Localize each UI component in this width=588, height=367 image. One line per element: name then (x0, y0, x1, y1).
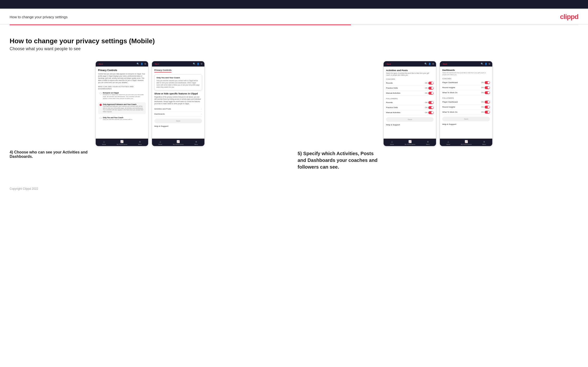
tab-home-4[interactable]: ⌂ Home (446, 140, 450, 145)
dropdown-title: Only You and Your Coach (156, 77, 200, 79)
tab-home-1[interactable]: ⌂ Home (102, 140, 106, 145)
settings-icon-2: ⚙ (200, 63, 202, 65)
menu-icon-4: ≡ (483, 140, 485, 143)
followers-rounds-toggle[interactable] (428, 101, 434, 104)
phone3-section-desc: Select the types of activity that you'd … (386, 72, 434, 76)
chart-icon-3: 📈 (408, 140, 412, 143)
phone3-save-btn[interactable]: Save (386, 117, 434, 122)
followers-practice: Practice Drills ON (386, 105, 434, 110)
user-icon: 👤 (140, 63, 143, 65)
tab-menu-4[interactable]: ≡ Menu (482, 140, 486, 145)
tab-performance-3[interactable]: 📈 My Performance (405, 140, 415, 145)
tab-performance-1[interactable]: 📈 My Performance (117, 140, 127, 145)
phone3-followers-label: FOLLOWERS (386, 98, 434, 100)
phone3-header: ‹ Back 🔍 👤 ⚙ (384, 61, 436, 67)
coaches-round-insights-toggle[interactable] (484, 86, 490, 89)
radio-only-you (100, 117, 102, 119)
coaches-manual: Manual Activities ON (386, 91, 434, 96)
phone1-subsection: Who Can See Your Activities and Dashboar… (98, 85, 146, 90)
menu-icon: ≡ (139, 140, 141, 143)
settings-icon: ⚙ (144, 63, 146, 65)
coaches-what-to-work: What To Work On ON (442, 90, 490, 95)
phone4-save-btn[interactable]: Save (442, 117, 490, 121)
search-icon-3: 🔍 (424, 63, 427, 65)
option1-label: Everyone on Clippd (103, 92, 144, 94)
option2-desc: Only approved followers and coaches you … (103, 105, 144, 113)
phone2-dropdown: Only You and Your Coach Only you and the… (154, 75, 202, 90)
user-icon-3: 👤 (428, 63, 431, 65)
phone1-header: ‹ Back 🔍 👤 ⚙ (96, 61, 148, 67)
nav-dashboards[interactable]: Dashboards › (154, 112, 202, 117)
phone2-header: ‹ Back 🔍 👤 ⚙ (152, 61, 204, 67)
search-icon: 🔍 (137, 63, 139, 65)
tab-performance-4[interactable]: 📈 My Performance (461, 140, 472, 145)
followers-player-toggle[interactable] (484, 101, 490, 103)
tab-menu-2[interactable]: ≡ Menu (194, 140, 198, 145)
phone1-option2[interactable]: Only Approved Followers and Your Coach O… (98, 102, 146, 114)
chart-icon-2: 📈 (176, 140, 180, 143)
phone3-followers-group: Rounds ON Practice Drills ON (386, 100, 434, 115)
tab-menu-1[interactable]: ≡ Menu (138, 140, 142, 145)
tab-home-2[interactable]: ⌂ Home (158, 140, 162, 145)
page-heading: How to change your privacy settings (Mob… (10, 37, 578, 45)
phone1-section-title: Privacy Controls (98, 69, 146, 72)
phone1-option3[interactable]: Only You and Your Coach Only you and the… (98, 116, 146, 122)
phone1-back[interactable]: ‹ Back (98, 63, 103, 65)
phone4-body: Dashboards Select the dashboards that yo… (440, 67, 492, 139)
menu-icon-2: ≡ (196, 140, 197, 143)
logo: clippd (560, 13, 578, 21)
phone1-tab-bar: ⌂ Home 📈 My Performance ≡ Menu (96, 139, 148, 146)
tab-menu-3[interactable]: ≡ Menu (426, 140, 430, 145)
coaches-rounds-toggle[interactable] (428, 82, 434, 84)
phone1-option1[interactable]: Everyone on Clippd Everyone on Clippd ca… (98, 91, 146, 101)
phone3-section-title: Activities and Posts (386, 69, 434, 72)
settings-icon-3: ⚙ (432, 63, 434, 65)
phone3-icons: 🔍 👤 ⚙ (424, 63, 434, 65)
phone3-back[interactable]: ‹ Back (386, 63, 391, 65)
phone3-tab-bar: ⌂ Home 📈 My Performance ≡ Menu (384, 139, 436, 146)
home-icon-4: ⌂ (447, 140, 449, 143)
caption-4: 4) Choose who can see your Activities an… (10, 150, 101, 159)
screenshots-section: ‹ Back 🔍 👤 ⚙ Privacy Controls Control ho… (10, 61, 578, 170)
tab-home-3[interactable]: ⌂ Home (390, 140, 394, 145)
phone2-icons: 🔍 👤 ⚙ (193, 63, 202, 65)
option2-label: Only Approved Followers and Your Coach (103, 103, 144, 105)
coaches-manual-toggle[interactable] (428, 92, 434, 95)
phone4-coaches-label: COACHES (442, 78, 490, 80)
coaches-practice: Practice Drills ON (386, 86, 434, 91)
followers-practice-toggle[interactable] (428, 106, 434, 109)
phone4-followers-group: Player Dashboard ON Round Insights ON (442, 100, 490, 115)
coaches-what-toggle[interactable] (484, 91, 490, 94)
show-hide-text: Regardless of the privacy controls that … (154, 96, 202, 104)
phones-pair-left: ‹ Back 🔍 👤 ⚙ Privacy Controls Control ho… (95, 61, 205, 146)
followers-round-insights-toggle[interactable] (484, 106, 490, 108)
followers-manual-toggle[interactable] (428, 111, 434, 114)
nav-activities-arrow: › (201, 108, 202, 110)
radio-everyone (100, 92, 102, 94)
phone2-back[interactable]: ‹ Back (154, 63, 159, 65)
main-content: How to change your privacy settings (Mob… (0, 25, 588, 180)
option3-label: Only You and Your Coach (103, 117, 132, 118)
coaches-practice-toggle[interactable] (428, 87, 434, 90)
chart-icon: 📈 (120, 140, 124, 143)
coaches-player-toggle[interactable] (484, 81, 490, 84)
phone4-back[interactable]: ‹ Back (442, 63, 447, 65)
phone4-header: ‹ Back 🔍 👤 ⚙ (440, 61, 492, 67)
followers-what-toggle[interactable] (484, 111, 490, 114)
phone4-section-title: Dashboards (442, 69, 490, 71)
option3-desc: Only you and the coaches you connect wit… (103, 119, 132, 121)
phone-mockup-1: ‹ Back 🔍 👤 ⚙ Privacy Controls Control ho… (95, 61, 148, 146)
nav-dashboards-label: Dashboards (154, 113, 165, 115)
home-icon: ⌂ (103, 140, 105, 143)
coaches-player-dashboard: Player Dashboard ON (442, 80, 490, 85)
show-hide-title: Show or hide specific features in Clippd (154, 92, 202, 95)
nav-activities[interactable]: Activities and Posts › (154, 107, 202, 112)
phone1-body-text: Control how you and your data appears to… (98, 73, 146, 83)
phone2-save-btn[interactable]: Save (154, 119, 202, 123)
phone4-help: Help & Support (442, 123, 490, 125)
tab-performance-2[interactable]: 📈 My Performance (173, 140, 183, 145)
nav-activities-label: Activities and Posts (154, 108, 171, 110)
phone2-privacy-tab: Privacy Controls (154, 69, 172, 73)
coaches-rounds: Rounds ON (386, 81, 434, 86)
menu-icon-3: ≡ (427, 140, 429, 143)
